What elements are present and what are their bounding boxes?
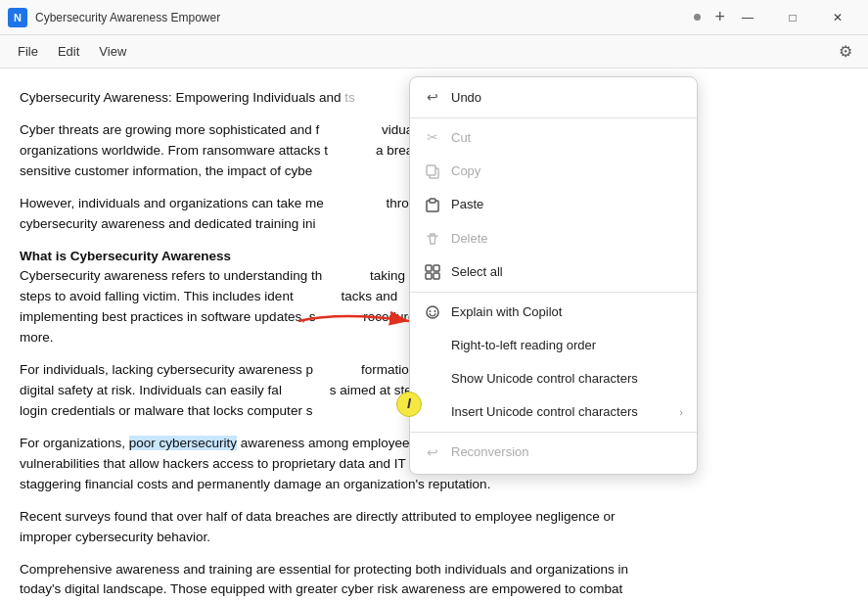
separator-2 [410,292,697,293]
unicode-show-icon [424,370,441,388]
unicode-insert-icon [424,403,441,421]
unicode-insert-submenu-arrow: › [679,404,683,421]
delete-icon [424,230,441,248]
tab-dot [694,14,701,21]
reconversion-icon: ↩ [424,443,441,461]
paste-icon [424,196,441,213]
svg-rect-2 [427,165,435,175]
svg-point-10 [430,310,432,312]
separator-1 [410,117,697,118]
window-controls: — □ ✕ [725,0,860,35]
context-menu: ↩ Undo ✂ Cut Copy [409,76,698,475]
menu-edit[interactable]: Edit [48,40,89,63]
select-all-label: Select all [451,262,503,282]
context-menu-rtl[interactable]: Right-to-left reading order [410,329,697,362]
copilot-icon [424,303,441,321]
context-menu-paste[interactable]: Paste [410,188,697,221]
context-menu-unicode-show[interactable]: Show Unicode control characters [410,362,697,395]
unicode-show-label: Show Unicode control characters [451,369,638,389]
separator-3 [410,432,697,433]
explain-copilot-label: Explain with Copilot [451,302,562,322]
context-menu-cut[interactable]: ✂ Cut [410,121,697,155]
svg-rect-6 [434,265,439,271]
paste-label: Paste [451,195,483,214]
rtl-icon [424,337,441,354]
maximize-button[interactable]: □ [770,0,815,35]
tab-title: Cybersecurity Awareness Empower [35,11,688,24]
cut-label: Cut [451,128,471,148]
select-all-icon [424,263,441,281]
paragraph-7: Recent surveys found that over half of d… [20,507,848,548]
svg-rect-8 [434,273,439,279]
cut-icon: ✂ [424,129,441,147]
reconversion-label: Reconversion [451,442,529,462]
copy-icon [424,162,441,180]
add-tab-button[interactable]: + [714,7,725,27]
context-menu-select-all[interactable]: Select all [410,255,697,289]
document-area: Cybersecurity Awareness: Empowering Indi… [0,69,868,602]
menu-view[interactable]: View [89,40,136,63]
close-button[interactable]: ✕ [815,0,860,35]
svg-rect-7 [426,273,432,279]
menu-file[interactable]: File [8,40,48,63]
copy-label: Copy [451,162,480,181]
rtl-label: Right-to-left reading order [451,336,596,355]
app-icon: N [8,8,27,27]
context-menu-reconversion[interactable]: ↩ Reconversion [410,436,697,469]
undo-icon: ↩ [424,89,441,107]
paragraph-8: Comprehensive awareness and training are… [20,560,848,602]
delete-label: Delete [451,229,488,249]
unicode-insert-label: Insert Unicode control characters [451,402,638,422]
context-menu-unicode-insert[interactable]: Insert Unicode control characters › [410,395,697,429]
minimize-button[interactable]: — [725,0,770,35]
settings-icon[interactable]: ⚙ [831,38,860,65]
undo-label: Undo [451,88,481,108]
svg-rect-5 [426,265,432,271]
context-menu-explain-copilot[interactable]: Explain with Copilot [410,296,697,329]
context-menu-delete[interactable]: Delete [410,222,697,255]
title-bar: N Cybersecurity Awareness Empower + — □ … [0,0,868,35]
context-menu-copy[interactable]: Copy [410,155,697,188]
svg-rect-4 [430,199,435,203]
svg-point-11 [434,310,436,312]
context-menu-undo[interactable]: ↩ Undo [410,81,697,115]
menu-bar: File Edit View ⚙ [0,35,868,69]
